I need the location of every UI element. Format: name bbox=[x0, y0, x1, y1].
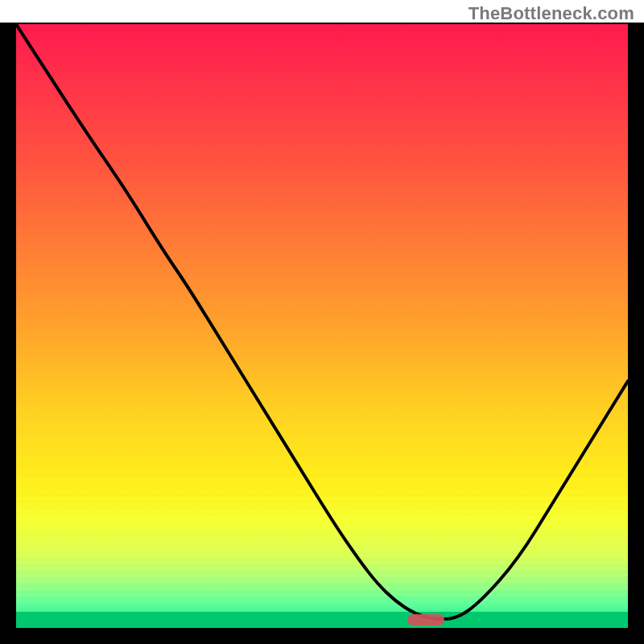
optimal-marker bbox=[407, 614, 444, 625]
attribution-text: TheBottleneck.com bbox=[469, 3, 634, 24]
plot-frame bbox=[0, 23, 644, 644]
chart-root: { "attribution": "TheBottleneck.com", "c… bbox=[0, 0, 644, 644]
curve-path bbox=[16, 24, 628, 619]
bottleneck-curve bbox=[16, 24, 628, 628]
plot-area bbox=[16, 24, 628, 628]
